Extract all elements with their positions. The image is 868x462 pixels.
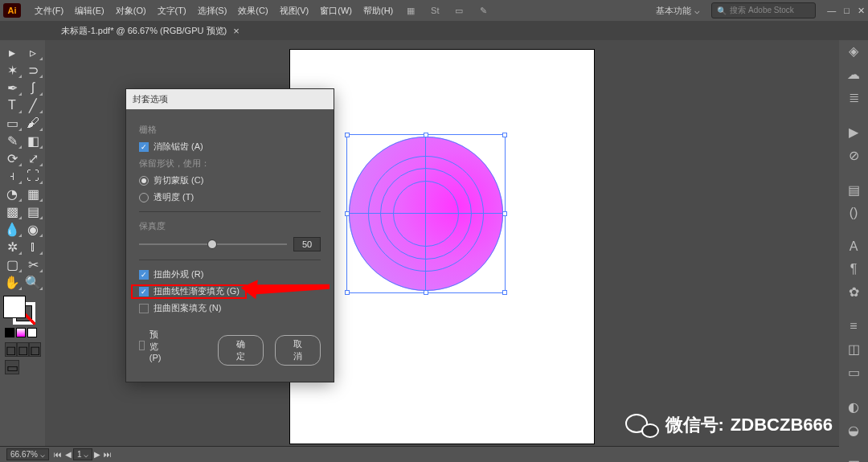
screen-mode[interactable]: ▭: [5, 360, 19, 374]
selection-bbox[interactable]: [346, 134, 506, 293]
arrange-icon[interactable]: ▭: [452, 3, 466, 18]
graph-tool[interactable]: ⫿: [23, 238, 43, 256]
handle-sw[interactable]: [345, 290, 350, 295]
width-tool[interactable]: ⫞: [2, 167, 23, 185]
handle-n[interactable]: [424, 133, 428, 137]
distort-gradient-checkbox[interactable]: [139, 287, 149, 296]
gradient-tool[interactable]: ▤: [23, 202, 43, 220]
menu-select[interactable]: 选择(S): [192, 5, 233, 17]
type-tool[interactable]: T: [2, 96, 23, 114]
artboard-nav-field[interactable]: 1⌵: [73, 448, 93, 460]
handle-ne[interactable]: [502, 133, 507, 137]
play-icon[interactable]: ▶: [845, 125, 862, 140]
line-tool[interactable]: ╱: [23, 96, 43, 114]
fill-stroke-control[interactable]: [3, 296, 39, 325]
maximize-button[interactable]: □: [844, 6, 850, 16]
mesh-tool[interactable]: ▩: [2, 202, 23, 220]
transform-panel-icon[interactable]: ▭: [845, 365, 862, 380]
draw-behind[interactable]: ◻: [17, 342, 29, 357]
stock-icon[interactable]: St: [428, 3, 442, 18]
gpu-icon[interactable]: ✎: [476, 3, 490, 18]
menu-type[interactable]: 文字(T): [152, 5, 192, 17]
swatches-panel-icon[interactable]: ▦: [845, 457, 862, 462]
free-transform-tool[interactable]: ⛶: [23, 167, 43, 185]
handle-w[interactable]: [345, 211, 350, 216]
handle-e[interactable]: [502, 211, 507, 216]
menu-edit[interactable]: 编辑(E): [69, 5, 110, 17]
pen-tool[interactable]: ✒: [2, 79, 23, 96]
menu-window[interactable]: 窗口(W): [314, 5, 358, 17]
workspace-switcher[interactable]: 基本功能 ⌵: [649, 3, 706, 18]
direct-selection-tool[interactable]: ▹: [23, 43, 43, 61]
curvature-tool[interactable]: ∫: [23, 79, 43, 96]
panel-icon-2[interactable]: (): [845, 206, 862, 220]
scale-tool[interactable]: ⤢: [23, 149, 43, 167]
zoom-field[interactable]: 66.67%⌵: [6, 448, 49, 460]
distort-appearance-checkbox[interactable]: [139, 270, 149, 280]
nav-prev-first[interactable]: ⏮: [54, 450, 62, 459]
hand-tool[interactable]: ✋: [2, 273, 23, 291]
transparency-radio[interactable]: [139, 193, 149, 202]
clip-mask-radio[interactable]: [139, 176, 149, 186]
graphic-styles-icon[interactable]: ◒: [845, 423, 862, 438]
nav-next[interactable]: ▶: [94, 450, 100, 459]
eraser-tool[interactable]: ◧: [23, 132, 43, 149]
gradient-mode-btn[interactable]: [16, 328, 26, 337]
eyedropper-tool[interactable]: 💧: [2, 220, 23, 238]
selection-tool[interactable]: ▸: [2, 43, 23, 61]
nav-prev[interactable]: ◀: [65, 450, 72, 459]
menu-help[interactable]: 帮助(H): [358, 5, 399, 17]
document-tab[interactable]: 未标题-1.pdf* @ 66.67% (RGB/GPU 预览) ×: [55, 21, 246, 40]
blend-tool[interactable]: ◉: [23, 220, 43, 238]
draw-inside[interactable]: ◻: [29, 342, 41, 357]
color-mode-btn[interactable]: [5, 328, 14, 337]
panel-icon-1[interactable]: ▤: [845, 182, 862, 198]
pathfinder-panel-icon[interactable]: ◫: [845, 341, 862, 357]
slider-thumb[interactable]: [207, 239, 217, 249]
shaper-tool[interactable]: ✎: [2, 132, 23, 149]
glyphs-panel-icon[interactable]: ✿: [845, 284, 862, 300]
align-panel-icon[interactable]: ≡: [845, 319, 862, 333]
minimize-button[interactable]: —: [827, 6, 836, 16]
bridge-icon[interactable]: ▦: [403, 3, 418, 18]
properties-panel-icon[interactable]: ◈: [845, 43, 862, 59]
menu-effect[interactable]: 效果(C): [232, 5, 273, 17]
antialias-checkbox[interactable]: [139, 142, 149, 152]
magic-wand-tool[interactable]: ✶: [2, 61, 23, 79]
ok-button[interactable]: 确定: [218, 335, 264, 366]
menu-file[interactable]: 文件(F): [29, 5, 69, 17]
preview-checkbox[interactable]: [139, 341, 145, 350]
appearance-panel-icon[interactable]: ◐: [845, 399, 862, 415]
nav-next-last[interactable]: ⏭: [104, 450, 112, 459]
distort-pattern-checkbox[interactable]: [139, 304, 149, 313]
handle-se[interactable]: [502, 290, 507, 295]
paragraph-panel-icon[interactable]: ¶: [845, 262, 862, 276]
none-mode-btn[interactable]: [27, 328, 37, 337]
symbol-sprayer-tool[interactable]: ✲: [2, 238, 23, 256]
draw-normal[interactable]: ◻: [5, 342, 17, 357]
rotate-tool[interactable]: ⟳: [2, 149, 23, 167]
fill-swatch[interactable]: [3, 296, 26, 318]
search-input[interactable]: 🔍搜索 Adobe Stock: [711, 2, 816, 18]
menu-view[interactable]: 视图(V): [274, 5, 315, 17]
handle-s[interactable]: [424, 290, 428, 295]
close-button[interactable]: ✕: [858, 6, 865, 16]
paintbrush-tool[interactable]: 🖌: [23, 114, 43, 132]
character-panel-icon[interactable]: A: [845, 239, 862, 254]
slice-tool[interactable]: ✂: [23, 256, 43, 273]
tab-close-icon[interactable]: ×: [233, 25, 240, 37]
zoom-tool[interactable]: 🔍: [23, 273, 43, 291]
perspective-tool[interactable]: ▦: [23, 185, 43, 202]
shape-builder-tool[interactable]: ◔: [2, 185, 23, 202]
cc-libraries-icon[interactable]: ☁: [845, 67, 862, 82]
handle-nw[interactable]: [345, 133, 350, 137]
cancel-button[interactable]: 取消: [275, 335, 321, 366]
rectangle-tool[interactable]: ▭: [2, 114, 23, 132]
link-icon[interactable]: ⊘: [845, 148, 862, 163]
fidelity-slider[interactable]: [139, 243, 287, 245]
lasso-tool[interactable]: ⊃: [23, 61, 43, 79]
fidelity-value-input[interactable]: [293, 237, 321, 251]
artboard-tool[interactable]: ▢: [2, 256, 23, 273]
layers-panel-icon[interactable]: ≣: [845, 90, 862, 105]
menu-object[interactable]: 对象(O): [110, 5, 152, 17]
